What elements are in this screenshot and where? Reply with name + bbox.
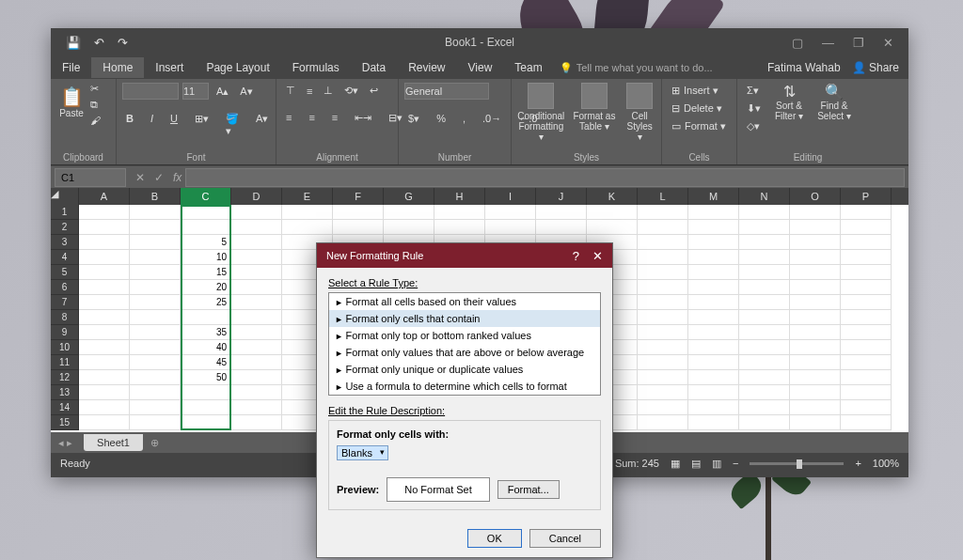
row-header[interactable]: 2	[51, 220, 79, 235]
fx-icon[interactable]: fx	[173, 171, 182, 184]
cell[interactable]	[384, 205, 434, 220]
cell[interactable]	[739, 415, 790, 430]
cell[interactable]	[79, 280, 130, 295]
tab-insert[interactable]: Insert	[144, 57, 195, 78]
cell[interactable]	[231, 235, 282, 250]
cell[interactable]	[130, 295, 181, 310]
condition-dropdown[interactable]: Blanks	[337, 445, 388, 460]
cell[interactable]	[79, 250, 130, 265]
cell[interactable]	[181, 220, 231, 235]
bold-button[interactable]: B	[122, 111, 137, 139]
row-header[interactable]: 11	[51, 355, 79, 370]
zoom-slider[interactable]	[750, 462, 844, 465]
fill-icon[interactable]: ⬇▾	[743, 101, 765, 117]
cell[interactable]	[739, 340, 790, 355]
format-painter-icon[interactable]: 🖌	[90, 115, 101, 126]
align-bottom-icon[interactable]: ⊥	[320, 83, 337, 99]
cell[interactable]	[790, 250, 841, 265]
insert-cells-button[interactable]: ⊞ Insert ▾	[668, 83, 722, 99]
cell[interactable]	[790, 355, 841, 370]
cell[interactable]	[181, 400, 231, 415]
cell[interactable]	[638, 370, 688, 385]
fill-color-icon[interactable]: 🪣▾	[222, 111, 243, 139]
cell[interactable]	[130, 235, 181, 250]
zoom-level[interactable]: 100%	[873, 458, 899, 469]
cell[interactable]: 45	[181, 355, 231, 370]
rule-type-item[interactable]: Format only top or bottom ranked values	[329, 327, 600, 344]
cell[interactable]	[688, 280, 739, 295]
cell[interactable]	[739, 355, 790, 370]
cell[interactable]	[688, 370, 739, 385]
cell[interactable]: 15	[181, 265, 231, 280]
underline-button[interactable]: U	[166, 111, 182, 139]
font-size-select[interactable]	[182, 83, 209, 100]
font-color-icon[interactable]: A▾	[252, 111, 272, 139]
tab-formulas[interactable]: Formulas	[281, 57, 351, 78]
cell[interactable]	[790, 370, 841, 385]
increase-font-icon[interactable]: A▴	[213, 84, 232, 100]
dialog-title-bar[interactable]: New Formatting Rule ? ✕	[317, 243, 612, 268]
cell[interactable]	[130, 370, 181, 385]
cell[interactable]	[333, 220, 384, 235]
rule-type-item[interactable]: Use a formula to determine which cells t…	[329, 378, 600, 395]
cell[interactable]	[130, 220, 181, 235]
cell[interactable]	[79, 205, 130, 220]
align-middle-icon[interactable]: ≡	[303, 84, 316, 99]
cell[interactable]	[79, 295, 130, 310]
cell[interactable]	[130, 385, 181, 400]
cell-styles-button[interactable]: Cell Styles ▾	[624, 83, 655, 142]
conditional-formatting-button[interactable]: Conditional Formatting ▾	[517, 83, 565, 142]
rule-type-item[interactable]: Format all cells based on their values	[329, 293, 600, 310]
tab-file[interactable]: File	[51, 57, 91, 78]
find-select-button[interactable]: 🔍Find & Select ▾	[813, 83, 855, 121]
font-name-select[interactable]	[122, 83, 179, 100]
cell[interactable]	[841, 280, 892, 295]
tab-data[interactable]: Data	[351, 57, 397, 78]
cell[interactable]	[130, 400, 181, 415]
column-header[interactable]: G	[384, 188, 434, 205]
cell[interactable]	[130, 250, 181, 265]
format-cells-button[interactable]: ▭ Format ▾	[668, 118, 730, 134]
cell[interactable]	[688, 340, 739, 355]
cell[interactable]	[638, 325, 688, 340]
cell[interactable]	[231, 325, 282, 340]
cancel-formula-icon[interactable]: ✕	[135, 171, 145, 184]
cell[interactable]	[841, 310, 892, 325]
cell[interactable]	[231, 295, 282, 310]
cell[interactable]	[282, 220, 333, 235]
cell[interactable]	[587, 205, 638, 220]
row-header[interactable]: 12	[51, 370, 79, 385]
cut-icon[interactable]: ✂	[90, 83, 101, 95]
cell[interactable]	[282, 205, 333, 220]
cell[interactable]	[739, 370, 790, 385]
cell[interactable]	[181, 415, 231, 430]
ribbon-display-icon[interactable]: ▢	[792, 36, 803, 50]
indent-icon[interactable]: ⇤⇥	[351, 110, 375, 126]
cell[interactable]	[841, 400, 892, 415]
cell[interactable]	[79, 220, 130, 235]
cell[interactable]	[739, 400, 790, 415]
cell[interactable]	[79, 415, 130, 430]
cell[interactable]	[688, 355, 739, 370]
cell[interactable]	[181, 205, 231, 220]
cell[interactable]	[688, 250, 739, 265]
row-header[interactable]: 4	[51, 250, 79, 265]
cell[interactable]	[790, 220, 841, 235]
cell[interactable]	[790, 265, 841, 280]
cell[interactable]: 10	[181, 250, 231, 265]
add-sheet-button[interactable]: ⊕	[150, 437, 159, 449]
cell[interactable]	[130, 325, 181, 340]
cell[interactable]	[231, 340, 282, 355]
cell[interactable]	[841, 370, 892, 385]
cell[interactable]	[130, 415, 181, 430]
cell[interactable]	[790, 340, 841, 355]
row-header[interactable]: 5	[51, 265, 79, 280]
cell[interactable]: 50	[181, 370, 231, 385]
cell[interactable]	[739, 205, 790, 220]
column-header[interactable]: I	[485, 188, 536, 205]
cell[interactable]	[688, 295, 739, 310]
cell[interactable]	[688, 325, 739, 340]
clear-icon[interactable]: ◇▾	[743, 118, 765, 134]
cell[interactable]	[231, 400, 282, 415]
cell[interactable]	[79, 355, 130, 370]
